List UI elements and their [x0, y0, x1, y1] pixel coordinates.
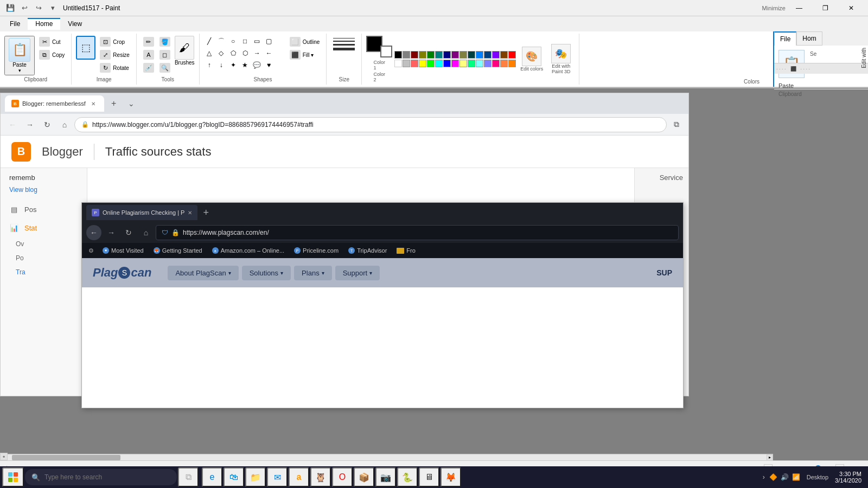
qa-dropdown-btn[interactable]: ▾ — [47, 2, 59, 14]
browser-tab-1[interactable]: B Blogger: rememberlessf ✕ — [5, 95, 104, 112]
app13-btn[interactable]: 🐍 — [397, 467, 418, 487]
color-cyan[interactable] — [435, 60, 443, 67]
color-navy[interactable] — [443, 51, 451, 59]
size-5px[interactable] — [333, 48, 355, 50]
ff-bookmark-tripadvisor[interactable]: T TripAdvisor — [345, 246, 390, 255]
shape-oval[interactable]: ○ — [228, 36, 239, 47]
size-1px[interactable] — [333, 38, 355, 38]
plagscan-nav-solutions[interactable]: Solutions ▾ — [242, 266, 291, 280]
taskbar-search-input[interactable] — [44, 473, 153, 481]
edit-with-paint3d-icon[interactable]: 🎭 — [551, 44, 571, 63]
color-blue[interactable] — [476, 51, 483, 59]
shape-diamond[interactable]: ◇ — [216, 48, 227, 59]
color-violet[interactable] — [492, 51, 500, 59]
cut-button[interactable]: ✂ Cut — [37, 36, 67, 48]
ff-bookmark-getting-started[interactable]: 🦊 Getting Started — [150, 246, 206, 255]
ff-back-btn[interactable]: ← — [86, 225, 101, 240]
color-red[interactable] — [508, 51, 516, 59]
color-teal[interactable] — [435, 51, 443, 59]
color-lightcyan[interactable] — [476, 60, 483, 67]
stats-subitem-overview[interactable]: Ov — [1, 237, 87, 251]
shape-heart[interactable]: ♥ — [264, 60, 275, 70]
shape-hex[interactable]: ⬡ — [240, 48, 251, 59]
shape-rect[interactable]: □ — [240, 36, 251, 47]
size-3px[interactable] — [333, 44, 355, 46]
desktop-label[interactable]: Desktop — [805, 474, 831, 480]
undo-quick-btn[interactable]: ↩ — [18, 2, 30, 14]
camera-app-btn[interactable]: 📷 — [375, 467, 396, 487]
reload-btn-1[interactable]: ↻ — [40, 117, 55, 132]
paste-button[interactable]: 📋 Paste ▾ — [4, 36, 35, 75]
text-button[interactable]: A — [141, 49, 156, 61]
task-view-btn[interactable]: ⧉ — [178, 467, 199, 487]
forward-btn-1[interactable]: → — [22, 117, 37, 132]
tab-dropdown-btn-1[interactable]: ⌄ — [128, 99, 135, 108]
firefox-new-tab-btn[interactable]: + — [200, 207, 212, 219]
copy-button[interactable]: ⧉ Copy — [37, 49, 67, 61]
amazon-app-btn[interactable]: a — [289, 467, 309, 487]
shape-arrow-left[interactable]: ← — [264, 48, 275, 59]
color-black[interactable] — [394, 51, 402, 59]
canvas-expand-handle[interactable]: + — [0, 453, 8, 460]
resize-button[interactable]: ⤢ Resize — [98, 49, 132, 61]
paint-right-home-tab[interactable]: Hom — [796, 31, 822, 46]
paint-right-file-tab[interactable]: File — [774, 31, 796, 46]
ff-bookmark-fro[interactable]: Fro — [393, 246, 419, 255]
shape-curve[interactable]: ⌒ — [216, 36, 227, 47]
color-orange2[interactable] — [500, 60, 508, 67]
shape-line[interactable]: ╱ — [204, 36, 215, 47]
mail-app-btn[interactable]: ✉ — [267, 467, 288, 487]
brushes-btn[interactable]: 🖌 Brushes — [175, 36, 195, 66]
ff-bookmark-priceline[interactable]: P Priceline.com — [291, 246, 342, 255]
color-brown[interactable] — [500, 51, 508, 59]
scrollbar-track[interactable] — [7, 455, 767, 460]
color-olive[interactable] — [419, 51, 426, 59]
color-maroon[interactable] — [411, 51, 418, 59]
color-mint[interactable] — [468, 60, 475, 67]
firefox-tab-1[interactable]: P Online Plagiarism Checking | P ✕ — [86, 205, 197, 220]
store-app-btn[interactable]: 🛍 — [224, 467, 244, 487]
shape-pentagon[interactable]: ⬠ — [228, 48, 239, 59]
horizontal-scrollbar[interactable]: ◂ ▸ — [0, 454, 773, 460]
paste-dropdown[interactable]: ▾ — [18, 68, 21, 73]
browser-tab-close-1[interactable]: ✕ — [89, 99, 98, 108]
plagscan-nav-support[interactable]: Support ▾ — [335, 266, 380, 280]
shape-rect2[interactable]: ▭ — [252, 36, 263, 47]
opera-app-btn[interactable]: O — [332, 467, 353, 487]
edge-app-btn[interactable]: e — [202, 467, 222, 487]
close-btn[interactable]: ✕ — [839, 0, 864, 16]
plagscan-nav-plans[interactable]: Plans ▾ — [294, 266, 332, 280]
color-magenta[interactable] — [451, 60, 459, 67]
plagscan-nav-about[interactable]: About PlagScan ▾ — [168, 266, 238, 280]
ff-bookmark-most-visited[interactable]: ★ Most Visited — [99, 246, 147, 255]
scrollbar-thumb-h[interactable] — [12, 455, 120, 460]
back-btn-1[interactable]: ← — [5, 117, 20, 132]
shape-star5[interactable]: ★ — [240, 60, 251, 70]
shape-arrow-up[interactable]: ↑ — [204, 60, 215, 70]
address-bar-1[interactable]: 🔒 https://www.blogger.com/u/1/blogger.g?… — [74, 117, 667, 132]
tripadvisor-app-btn[interactable]: 🦉 — [310, 467, 331, 487]
home-btn-1[interactable]: ⌂ — [57, 117, 72, 132]
color-darkblue[interactable] — [484, 51, 492, 59]
color-hotpink[interactable] — [492, 60, 500, 67]
color-lightyellow[interactable] — [459, 60, 467, 67]
winrar-app-btn[interactable]: 📦 — [354, 467, 374, 487]
color-darkteal[interactable] — [468, 51, 475, 59]
color-2-box[interactable] — [380, 46, 392, 57]
shape-arrow-right[interactable]: → — [252, 48, 263, 59]
eyedropper-button[interactable]: 💉 — [141, 62, 156, 74]
rotate-button[interactable]: ↻ Rotate — [98, 62, 132, 74]
color-green[interactable] — [427, 51, 435, 59]
eraser-button[interactable]: ◻ — [157, 49, 173, 61]
fill-button[interactable]: 🪣 — [157, 36, 173, 48]
redo-quick-btn[interactable]: ↪ — [33, 2, 44, 14]
sidebar-item-posts[interactable]: ▤ Pos — [1, 200, 87, 219]
shape-round-rect[interactable]: ▢ — [264, 36, 275, 47]
color-blue2[interactable] — [443, 60, 451, 67]
minimize-btn[interactable]: — — [787, 0, 812, 16]
shape-triangle[interactable]: △ — [204, 48, 215, 59]
color-gray[interactable] — [403, 51, 410, 59]
color-periwinkle[interactable] — [484, 60, 492, 67]
copy-url-btn-1[interactable]: ⧉ — [669, 117, 684, 132]
tab-view[interactable]: View — [60, 18, 90, 30]
